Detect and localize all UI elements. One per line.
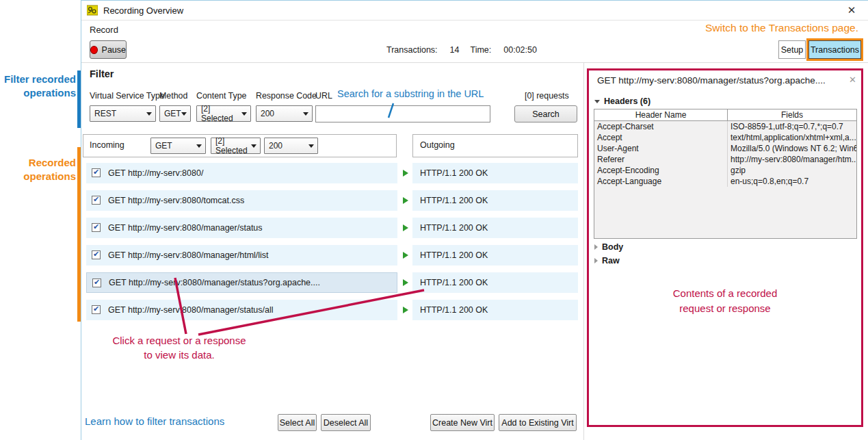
tab-setup[interactable]: Setup — [778, 40, 806, 59]
annotation-contents: Contents of a recorded request or respon… — [589, 286, 861, 316]
table-row: User-Agent Mozilla/5.0 (Windows NT 6.2; … — [594, 143, 856, 154]
tab-transactions[interactable]: Transactions — [808, 40, 861, 59]
annotation-recorded-operations: Recorded operations — [0, 156, 76, 183]
request-cell[interactable]: GET http://my-serv:8080/ — [86, 163, 397, 183]
request-cell[interactable]: GET http://my-serv:8080/manager/status — [86, 218, 397, 238]
triangle-right-icon — [594, 258, 598, 263]
pane-divider — [583, 63, 584, 440]
response-code-label: Response Code — [256, 91, 317, 101]
virtual-service-type-label: Virtual Service Type — [90, 91, 165, 101]
row-checkbox[interactable] — [92, 168, 101, 177]
transactions-count-label: Transactions: — [386, 45, 438, 55]
title-bar — [81, 1, 868, 21]
search-button[interactable]: Search — [514, 105, 577, 122]
filter-annotation-bar — [77, 70, 81, 128]
play-arrow-icon[interactable] — [403, 170, 408, 177]
chevron-down-icon — [146, 112, 152, 116]
headers-expander[interactable]: Headers (6) — [594, 96, 650, 106]
url-label: URL — [315, 91, 332, 101]
request-cell[interactable]: GET http://my-serv:8080/manager/status/a… — [86, 300, 397, 320]
content-type-select[interactable]: [2] Selected — [196, 105, 251, 122]
filter-section-title: Filter — [90, 68, 114, 79]
response-cell[interactable]: HTTP/1.1 200 OK — [412, 300, 578, 320]
transaction-row: GET http://my-serv:8080/manager/status/a… — [86, 300, 578, 320]
transaction-detail-panel: GET http://my-serv:8080/manager/status?o… — [587, 68, 863, 427]
response-code-select[interactable]: 200 — [256, 105, 313, 122]
table-row: Accept-Language en-us;q=0.8,en;q=0.7 — [594, 176, 856, 187]
url-search-input[interactable] — [315, 105, 490, 122]
method-select[interactable]: GET — [159, 105, 191, 122]
request-cell[interactable]: GET http://my-serv:8080/manager/html/lis… — [86, 245, 397, 266]
select-all-button[interactable]: Select All — [278, 414, 317, 431]
recording-stats: Transactions: 14 Time: 00:02:50 — [386, 40, 537, 59]
headers-table: Header Name Fields Accept-Charset ISO-88… — [594, 109, 857, 239]
response-cell[interactable]: HTTP/1.1 200 OK — [412, 190, 578, 211]
annotation-switch-to-transactions: Switch to the Transactions page. — [705, 22, 858, 34]
transaction-row: GET http://my-serv:8080/manager/status H… — [86, 218, 578, 238]
table-row: Accept text/html,application/xhtml+xml,a… — [594, 132, 856, 143]
requests-count-badge: [0] requests — [525, 91, 569, 101]
create-new-virt-button[interactable]: Create New Virt — [430, 414, 495, 431]
method-label: Method — [159, 91, 187, 101]
content-type-label: Content Type — [196, 91, 246, 101]
request-cell[interactable]: GET http://my-serv:8080/manager/status?o… — [86, 272, 397, 293]
response-cell[interactable]: HTTP/1.1 200 OK — [412, 218, 578, 238]
table-row: Accept-Charset ISO-8859-1,utf-8;q=0.7,*;… — [594, 121, 856, 132]
record-label: Record — [90, 25, 118, 35]
chevron-down-icon — [308, 144, 314, 148]
response-cell[interactable]: HTTP/1.1 200 OK — [412, 272, 578, 293]
close-icon[interactable]: ✕ — [845, 3, 858, 17]
detail-close-icon[interactable]: ✕ — [849, 75, 856, 85]
row-checkbox[interactable] — [92, 279, 101, 287]
time-label: Time: — [470, 45, 491, 55]
transaction-row: GET http://my-serv:8080/ HTTP/1.1 200 OK — [86, 163, 578, 183]
chevron-down-icon — [251, 144, 257, 148]
transaction-row-selected: GET http://my-serv:8080/manager/status?o… — [86, 272, 578, 293]
table-row: Referer http://my-serv:8080/manager/htm.… — [594, 154, 856, 165]
app-icon — [87, 5, 98, 16]
annotation-search-substring: Search for a substring in the URL — [337, 88, 484, 99]
request-cell[interactable]: GET http://my-serv:8080/tomcat.css — [86, 190, 397, 211]
table-row: Accept-Encoding gzip — [594, 165, 856, 176]
chevron-down-icon — [181, 112, 187, 116]
play-arrow-icon[interactable] — [403, 224, 408, 231]
response-cell[interactable]: HTTP/1.1 200 OK — [412, 163, 578, 183]
play-arrow-icon[interactable] — [403, 279, 408, 286]
annotation-click-hint: Click a request or a response to view it… — [104, 333, 254, 362]
detail-title: GET http://my-serv:8080/manager/status?o… — [597, 75, 843, 86]
toolbar-separator — [81, 62, 868, 63]
annotation-filter-recorded-operations: Filter recorded operations — [0, 73, 76, 100]
triangle-right-icon — [594, 244, 598, 250]
pause-button-label: Pause — [102, 45, 126, 55]
row-checkbox[interactable] — [92, 196, 101, 205]
column-header-name: Header Name — [594, 109, 728, 120]
outgoing-label: Outgoing — [420, 140, 455, 150]
virtual-service-type-select[interactable]: REST — [90, 105, 156, 122]
play-arrow-icon[interactable] — [403, 252, 408, 259]
response-cell[interactable]: HTTP/1.1 200 OK — [412, 245, 578, 266]
row-checkbox[interactable] — [92, 250, 101, 259]
deselect-all-button[interactable]: Deselect All — [321, 414, 371, 431]
raw-expander[interactable]: Raw — [594, 256, 620, 266]
row-checkbox[interactable] — [92, 223, 101, 232]
add-to-existing-virt-button[interactable]: Add to Existing Virt — [499, 414, 577, 431]
play-arrow-icon[interactable] — [403, 197, 408, 204]
time-value: 00:02:50 — [503, 45, 537, 55]
body-expander[interactable]: Body — [594, 242, 623, 252]
incoming-method-select[interactable]: GET — [150, 138, 206, 154]
window-title: Recording Overview — [103, 5, 183, 16]
triangle-down-icon — [594, 100, 600, 103]
chevron-down-icon — [303, 112, 308, 116]
headers-table-header: Header Name Fields — [594, 109, 856, 121]
row-checkbox[interactable] — [92, 305, 101, 314]
chevron-down-icon — [196, 144, 202, 148]
play-arrow-icon[interactable] — [403, 307, 408, 313]
transaction-row: GET http://my-serv:8080/tomcat.css HTTP/… — [86, 190, 578, 211]
record-dot-icon — [90, 46, 98, 54]
incoming-response-code-select[interactable]: 200 — [264, 138, 318, 154]
pause-button[interactable]: Pause — [90, 40, 127, 59]
transaction-row: GET http://my-serv:8080/manager/html/lis… — [86, 245, 578, 266]
incoming-content-type-select[interactable]: [2] Selected — [211, 138, 261, 154]
learn-filter-link[interactable]: Learn how to filter transactions — [85, 415, 224, 427]
incoming-label: Incoming — [90, 140, 124, 150]
